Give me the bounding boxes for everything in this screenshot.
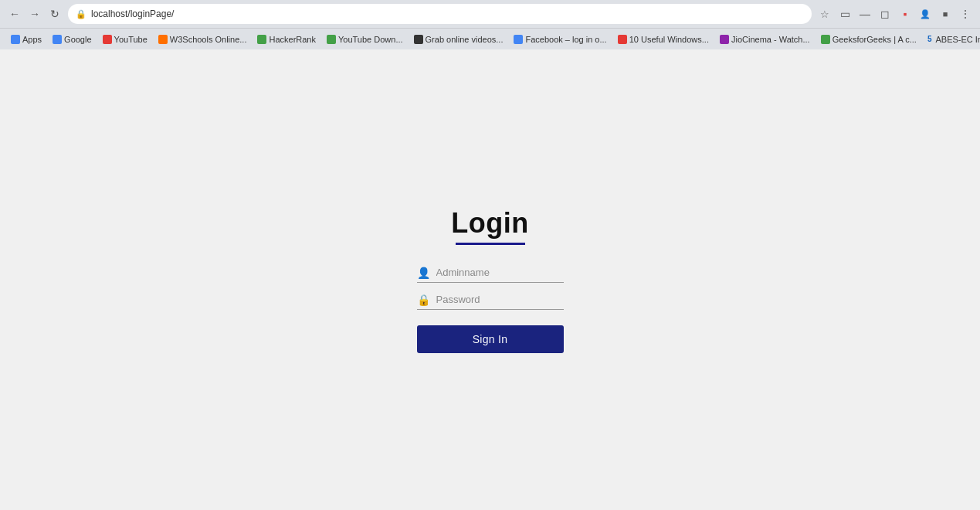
bookmark-google-label: Google xyxy=(64,35,91,44)
profile-button[interactable]: 👤 xyxy=(917,5,934,22)
lock-icon: 🔒 xyxy=(417,294,430,306)
url-text: localhost/loginPage/ xyxy=(91,8,174,19)
sign-in-button[interactable]: Sign In xyxy=(417,325,564,353)
bookmark-geeks-label: GeeksforGeeks | A c... xyxy=(832,35,917,44)
menu-button[interactable]: ⋮ xyxy=(957,5,974,22)
reload-button[interactable]: ↻ xyxy=(46,5,63,22)
user-icon: 👤 xyxy=(417,267,430,279)
google-icon xyxy=(53,35,62,44)
bookmark-ytdl-label: YouTube Down... xyxy=(338,35,403,44)
w3schools-icon xyxy=(158,35,168,44)
hackerrank-icon xyxy=(257,35,266,44)
bookmark-jiocinema-label: JioCinema - Watch... xyxy=(731,35,810,44)
geeks-icon xyxy=(821,35,830,44)
apps-icon xyxy=(11,35,20,44)
bookmark-ytdl[interactable]: YouTube Down... xyxy=(322,31,408,48)
page-content: Login 👤 🔒 Sign In xyxy=(0,49,980,510)
bookmark-jiocinema[interactable]: JioCinema - Watch... xyxy=(715,31,815,48)
bookmark-windows[interactable]: 10 Useful Windows... xyxy=(613,31,714,48)
username-input[interactable] xyxy=(436,267,564,278)
browser-toolbar: ← → ↻ 🔒 localhost/loginPage/ ☆ ▭ ― ◻ ▪ 👤… xyxy=(0,0,980,28)
abes-icon: 5 xyxy=(927,35,932,43)
windows-icon xyxy=(618,35,627,44)
jiocinema-icon xyxy=(720,35,729,44)
back-button[interactable]: ← xyxy=(6,5,23,22)
bookmark-hackerrank-label: HackerRank xyxy=(269,35,316,44)
bookmark-apps-label: Apps xyxy=(22,35,42,44)
tab-search-button[interactable]: ▭ xyxy=(836,5,853,22)
bookmark-star-button[interactable]: ☆ xyxy=(816,5,833,22)
bookmark-abes[interactable]: 5 ABES-EC Internet S... xyxy=(923,31,980,48)
bookmark-windows-label: 10 Useful Windows... xyxy=(629,35,709,44)
username-input-group: 👤 xyxy=(417,267,564,283)
browser-actions: ☆ ▭ ― ◻ ▪ 👤 ■ ⋮ xyxy=(816,5,974,22)
browser-chrome: ← → ↻ 🔒 localhost/loginPage/ ☆ ▭ ― ◻ ▪ 👤… xyxy=(0,0,980,49)
bookmarks-bar: Apps Google YouTube W3Schools Online... … xyxy=(0,28,980,49)
login-form: Login 👤 🔒 Sign In xyxy=(405,207,575,353)
address-bar[interactable]: 🔒 localhost/loginPage/ xyxy=(68,4,812,24)
bookmark-google[interactable]: Google xyxy=(48,31,96,48)
login-title: Login xyxy=(451,207,528,240)
facebook-icon xyxy=(514,35,523,44)
close-button[interactable]: ▪ xyxy=(897,5,914,22)
nav-buttons: ← → ↻ xyxy=(6,5,63,22)
grab-icon xyxy=(414,35,423,44)
ytdl-icon xyxy=(327,35,336,44)
bookmark-youtube[interactable]: YouTube xyxy=(98,31,152,48)
password-input[interactable] xyxy=(436,294,564,305)
login-title-underline xyxy=(456,243,525,245)
bookmark-grab-label: Grab online videos... xyxy=(426,35,504,44)
bookmark-youtube-label: YouTube xyxy=(114,35,148,44)
lock-icon: 🔒 xyxy=(76,9,86,19)
bookmark-w3schools-label: W3Schools Online... xyxy=(170,35,247,44)
youtube-icon xyxy=(103,35,112,44)
forward-button[interactable]: → xyxy=(26,5,43,22)
password-input-group: 🔒 xyxy=(417,294,564,310)
bookmark-abes-label: ABES-EC Internet S... xyxy=(935,35,980,44)
bookmark-facebook[interactable]: Facebook – log in o... xyxy=(509,31,611,48)
bookmark-apps[interactable]: Apps xyxy=(6,31,46,48)
bookmark-facebook-label: Facebook – log in o... xyxy=(525,35,606,44)
bookmark-w3schools[interactable]: W3Schools Online... xyxy=(154,31,252,48)
extensions-button[interactable]: ■ xyxy=(937,5,954,22)
bookmark-geeks[interactable]: GeeksforGeeks | A c... xyxy=(816,31,921,48)
bookmark-grab[interactable]: Grab online videos... xyxy=(409,31,508,48)
minimize-button[interactable]: ― xyxy=(856,5,873,22)
bookmark-hackerrank[interactable]: HackerRank xyxy=(253,31,320,48)
maximize-button[interactable]: ◻ xyxy=(877,5,894,22)
